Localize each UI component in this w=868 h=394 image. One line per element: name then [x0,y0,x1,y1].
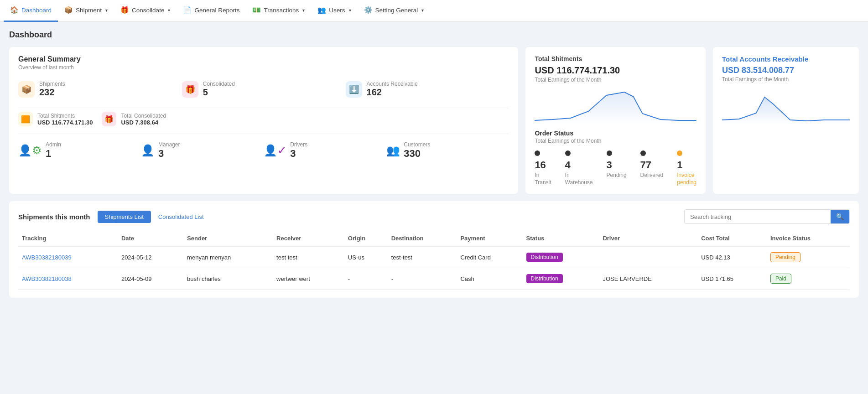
cell-origin: - [344,268,388,290]
manager-info: Manager 3 [158,141,180,160]
os-in-warehouse: 4 In Warehouse [565,150,593,186]
consolidated-icon: 🎁 [182,81,198,98]
col-destination: Destination [388,230,457,247]
nav-users[interactable]: 👥 Users ▾ [311,0,357,22]
cell-payment: Cash [457,268,522,290]
shipments-table-wrap: Tracking Date Sender Receiver Origin Des… [18,230,850,290]
manager-label: Manager [158,141,180,148]
os-in-transit: 16 In Transit [535,150,551,186]
general-summary-title: General Summary [18,55,509,63]
nav-shipment[interactable]: 📦 Shipment ▾ [58,0,114,22]
ar-icon: ⬇️ [346,81,362,98]
nav-dashboard[interactable]: 🏠 Dashboard [4,0,58,22]
admin-label: Admin [46,141,61,148]
total-shipments-card: Total Shitments USD 116.774.171.30 Total… [525,47,706,194]
invoice-pending-label: Invoice pending [677,172,696,186]
total-ar-amount: USD 83.514.008.77 [722,66,850,75]
total-consolidated-info: Total Consolidated USD 7.308.64 [121,113,166,126]
nav-settings[interactable]: ⚙️ Setting General ▾ [358,0,431,22]
nav-transactions[interactable]: 💵 Transactions ▾ [246,0,311,22]
consolidate-icon: 🎁 [120,6,129,14]
tracking-link[interactable]: AWB30382180038 [22,275,72,282]
col-payment: Payment [457,230,522,247]
drivers-value: 3 [290,148,307,160]
reports-icon: 📄 [183,6,192,14]
total-shipments: 🟧 Total Shitments USD 116.774.171.30 [18,112,93,126]
invoice-status-badge: Pending [770,252,800,262]
stat-shipments: 📦 Shipments 232 [18,77,182,101]
tracking-link[interactable]: AWB30382180039 [22,254,72,261]
admin-info: Admin 1 [46,141,61,160]
invoice-pending-value: 1 [677,159,696,171]
in-transit-dot [535,150,540,156]
cell-destination: - [388,268,457,290]
search-input[interactable] [685,211,831,223]
manager-icon: 👤 [141,144,155,157]
drivers-icon: 👤✓ [264,144,286,157]
stat-consolidated-value: 5 [203,87,235,98]
cell-tracking: AWB30382180039 [18,247,118,268]
os-invoice-pending: 1 Invoice pending [677,150,696,186]
cell-status: Distribution [523,247,599,268]
cell-invoice: Paid [767,268,850,290]
stat-ar-label: Accounts Receivable [367,81,418,87]
shipments-list-tab[interactable]: Shipments List [98,211,151,223]
table-row: AWB30382180039 2024-05-12 menyan menyan … [18,247,850,268]
status-badge: Distribution [526,253,563,262]
total-shipments-label: Total Shitments [37,113,93,119]
cell-driver [599,247,697,268]
col-sender: Sender [183,230,273,247]
in-transit-label: In Transit [535,172,551,186]
general-summary-card: General Summary Overview of last month 📦… [9,47,518,194]
stat-ar-info: Accounts Receivable 162 [367,81,418,98]
total-consolidated-value: USD 7.308.64 [121,119,166,126]
shipments-this-month: Shipments this month Shipments List Cons… [9,201,859,298]
total-ar-title: Total Accounts Receivable [722,55,850,63]
cell-receiver: wertwer wert [273,268,344,290]
in-warehouse-dot [565,150,571,156]
shipments-table: Tracking Date Sender Receiver Origin Des… [18,230,850,290]
total-ar-sub: Total Earnings of the Month [722,76,850,83]
col-tracking: Tracking [18,230,118,247]
home-icon: 🏠 [10,6,19,14]
table-header-row: Tracking Date Sender Receiver Origin Des… [18,230,850,247]
stat-shipments-value: 232 [39,87,65,98]
cell-payment: Credit Card [457,247,522,268]
nav-transactions-label: Transactions [264,7,299,14]
nav-general-reports[interactable]: 📄 General Reports [177,0,246,22]
order-status-section: Order Status Total Earnings of the Month… [535,130,696,186]
stat-consolidated: 🎁 Consolidated 5 [182,77,346,101]
nav-settings-label: Setting General [375,7,418,14]
in-transit-value: 16 [535,159,551,171]
col-driver: Driver [599,230,697,247]
top-row: General Summary Overview of last month 📦… [9,47,859,194]
total-shipments-amount: USD 116.774.171.30 [535,65,696,76]
admin-value: 1 [46,148,61,160]
total-consolidated: 🎁 Total Consolidated USD 7.308.64 [102,112,166,126]
total-consolidated-icon: 🎁 [102,112,116,126]
chevron-down-icon: ▾ [168,8,170,13]
delivered-label: Delivered [640,172,664,178]
customers-label: Customers [404,141,430,148]
delivered-value: 77 [640,159,664,171]
stat-consolidated-label: Consolidated [203,81,235,87]
nav-consolidate[interactable]: 🎁 Consolidate ▾ [114,0,177,22]
chevron-down-icon: ▾ [302,8,305,13]
col-cost: Cost Total [697,230,767,247]
invoice-pending-dot [677,150,682,156]
general-stats: 📦 Shipments 232 🎁 Consolidated 5 [18,77,509,101]
total-shipments-card-title: Total Shitments [535,55,696,62]
bottom-header: Shipments this month Shipments List Cons… [18,209,850,224]
delivered-dot [640,150,646,156]
search-box: 🔍 [684,209,850,224]
search-button[interactable]: 🔍 [831,210,849,223]
order-status-title: Order Status [535,130,696,137]
cell-sender: bush charles [183,268,273,290]
cell-date: 2024-05-12 [118,247,183,268]
nav-users-label: Users [329,7,345,14]
in-warehouse-value: 4 [565,159,593,171]
customers-icon: 👥 [386,144,400,157]
consolidated-list-tab[interactable]: Consolidated List [151,211,211,223]
admin-icon: 👤⚙ [18,144,42,157]
nav-shipment-label: Shipment [76,7,102,14]
